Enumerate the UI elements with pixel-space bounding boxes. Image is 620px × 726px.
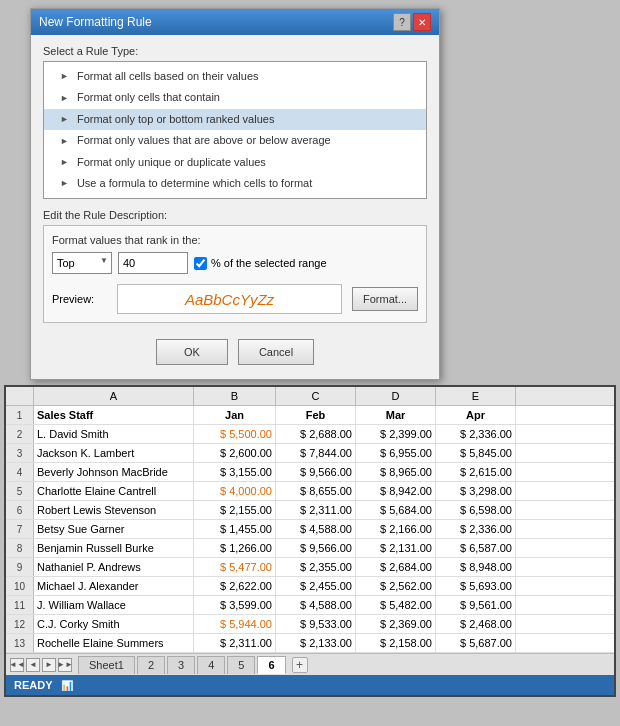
cell-3-c[interactable]: $ 7,844.00 [276,444,356,462]
tab-nav-prev[interactable]: ◄ [26,658,40,672]
cell-6-a[interactable]: Robert Lewis Stevenson [34,501,194,519]
col-header-a[interactable]: A [34,387,194,405]
col-header-d[interactable]: D [356,387,436,405]
cell-6-b[interactable]: $ 2,155.00 [194,501,276,519]
percent-checkbox[interactable] [194,257,207,270]
format-button[interactable]: Format... [352,287,418,311]
rule-item-3[interactable]: ► Format only values that are above or b… [44,130,426,151]
cell-3-e[interactable]: $ 5,845.00 [436,444,516,462]
rule-arrow-3: ► [60,135,69,148]
tab-nav-first[interactable]: ◄◄ [10,658,24,672]
col-header-e[interactable]: E [436,387,516,405]
cell-7-d[interactable]: $ 2,166.00 [356,520,436,538]
tab-nav-last[interactable]: ►► [58,658,72,672]
cell-6-c[interactable]: $ 2,311.00 [276,501,356,519]
cell-8-b[interactable]: $ 1,266.00 [194,539,276,557]
cell-6-d[interactable]: $ 5,684.00 [356,501,436,519]
cell-12-d[interactable]: $ 2,369.00 [356,615,436,633]
cell-10-b[interactable]: $ 2,622.00 [194,577,276,595]
rule-item-5[interactable]: ► Use a formula to determine which cells… [44,173,426,194]
cell-9-b[interactable]: $ 5,477.00 [194,558,276,576]
sheet-tab-0[interactable]: Sheet1 [78,656,135,674]
rule-item-0[interactable]: ► Format all cells based on their values [44,66,426,87]
cell-11-c[interactable]: $ 4,588.00 [276,596,356,614]
row-num-header [6,387,34,405]
cell-11-a[interactable]: J. William Wallace [34,596,194,614]
cell-1-a[interactable]: Sales Staff [34,406,194,424]
cell-9-e[interactable]: $ 8,948.00 [436,558,516,576]
cell-3-b[interactable]: $ 2,600.00 [194,444,276,462]
formatting-rule-dialog: New Formatting Rule ? ✕ Select a Rule Ty… [30,8,440,380]
cell-1-e[interactable]: Apr [436,406,516,424]
cell-13-e[interactable]: $ 5,687.00 [436,634,516,652]
help-button[interactable]: ? [393,13,411,31]
close-button[interactable]: ✕ [413,13,431,31]
cell-8-d[interactable]: $ 2,131.00 [356,539,436,557]
cell-4-c[interactable]: $ 9,566.00 [276,463,356,481]
cell-7-a[interactable]: Betsy Sue Garner [34,520,194,538]
rule-item-1[interactable]: ► Format only cells that contain [44,87,426,108]
cell-13-a[interactable]: Rochelle Elaine Summers [34,634,194,652]
cell-5-c[interactable]: $ 8,655.00 [276,482,356,500]
cell-1-c[interactable]: Feb [276,406,356,424]
col-header-b[interactable]: B [194,387,276,405]
cell-1-b[interactable]: Jan [194,406,276,424]
cell-9-a[interactable]: Nathaniel P. Andrews [34,558,194,576]
col-header-c[interactable]: C [276,387,356,405]
cell-7-e[interactable]: $ 2,336.00 [436,520,516,538]
cell-11-b[interactable]: $ 3,599.00 [194,596,276,614]
cell-2-b[interactable]: $ 5,500.00 [194,425,276,443]
cell-12-a[interactable]: C.J. Corky Smith [34,615,194,633]
rule-item-4[interactable]: ► Format only unique or duplicate values [44,152,426,173]
cell-1-d[interactable]: Mar [356,406,436,424]
cell-9-c[interactable]: $ 2,355.00 [276,558,356,576]
cell-5-b[interactable]: $ 4,000.00 [194,482,276,500]
cell-4-e[interactable]: $ 2,615.00 [436,463,516,481]
cell-6-e[interactable]: $ 6,598.00 [436,501,516,519]
cell-3-d[interactable]: $ 6,955.00 [356,444,436,462]
cell-2-d[interactable]: $ 2,399.00 [356,425,436,443]
cell-11-d[interactable]: $ 5,482.00 [356,596,436,614]
cell-5-a[interactable]: Charlotte Elaine Cantrell [34,482,194,500]
table-row: 13Rochelle Elaine Summers$ 2,311.00$ 2,1… [6,634,614,653]
sheet-tab-5[interactable]: 6 [257,656,285,674]
ok-button[interactable]: OK [156,339,228,365]
cell-8-c[interactable]: $ 9,566.00 [276,539,356,557]
cell-2-e[interactable]: $ 2,336.00 [436,425,516,443]
cell-10-a[interactable]: Michael J. Alexander [34,577,194,595]
sheet-tab-2[interactable]: 3 [167,656,195,674]
rule-item-2[interactable]: ► Format only top or bottom ranked value… [44,109,426,130]
cancel-button[interactable]: Cancel [238,339,314,365]
cell-12-e[interactable]: $ 2,468.00 [436,615,516,633]
sheet-tab-1[interactable]: 2 [137,656,165,674]
sheet-tab-3[interactable]: 4 [197,656,225,674]
cell-7-c[interactable]: $ 4,588.00 [276,520,356,538]
add-sheet-button[interactable]: + [292,657,308,673]
cell-2-c[interactable]: $ 2,688.00 [276,425,356,443]
cell-10-c[interactable]: $ 2,455.00 [276,577,356,595]
cell-10-e[interactable]: $ 5,693.00 [436,577,516,595]
rank-number-input[interactable]: 40 [118,252,188,274]
cell-11-e[interactable]: $ 9,561.00 [436,596,516,614]
cell-9-d[interactable]: $ 2,684.00 [356,558,436,576]
cell-5-e[interactable]: $ 3,298.00 [436,482,516,500]
cell-13-c[interactable]: $ 2,133.00 [276,634,356,652]
cell-8-a[interactable]: Benjamin Russell Burke [34,539,194,557]
cell-12-c[interactable]: $ 9,533.00 [276,615,356,633]
cell-4-d[interactable]: $ 8,965.00 [356,463,436,481]
sheet-tab-4[interactable]: 5 [227,656,255,674]
cell-5-d[interactable]: $ 8,942.00 [356,482,436,500]
cell-7-b[interactable]: $ 1,455.00 [194,520,276,538]
cell-2-a[interactable]: L. David Smith [34,425,194,443]
cell-8-e[interactable]: $ 6,587.00 [436,539,516,557]
cell-12-b[interactable]: $ 5,944.00 [194,615,276,633]
tab-nav-next[interactable]: ► [42,658,56,672]
cell-13-b[interactable]: $ 2,311.00 [194,634,276,652]
cell-3-a[interactable]: Jackson K. Lambert [34,444,194,462]
top-bottom-select[interactable]: Top Bottom [52,252,112,274]
cell-10-d[interactable]: $ 2,562.00 [356,577,436,595]
cell-13-d[interactable]: $ 2,158.00 [356,634,436,652]
cell-4-a[interactable]: Beverly Johnson MacBride [34,463,194,481]
row-number: 10 [6,577,34,595]
cell-4-b[interactable]: $ 3,155.00 [194,463,276,481]
